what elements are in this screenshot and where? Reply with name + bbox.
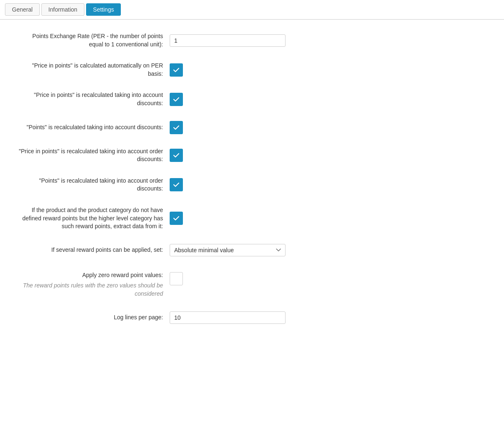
price-in-points-discounts-checkbox-wrapper xyxy=(170,93,183,106)
several-reward-points-select[interactable]: Absolute minimal value Maximum value Min… xyxy=(170,244,286,256)
tab-bar: General Information Settings xyxy=(0,0,504,19)
several-reward-points-row: If several reward points can be applied,… xyxy=(17,244,298,256)
log-lines-per-page-input[interactable] xyxy=(170,311,286,324)
higher-level-category-checkbox-wrapper xyxy=(170,212,183,225)
points-recalc-order-discounts-checkbox[interactable] xyxy=(170,178,183,191)
apply-zero-reward-row: Apply zero reward point values: The rewa… xyxy=(17,270,298,298)
higher-level-category-checkbox[interactable] xyxy=(170,212,183,225)
several-reward-points-label: If several reward points can be applied,… xyxy=(17,246,170,254)
points-recalc-discounts-checkbox-wrapper xyxy=(170,121,183,134)
price-in-points-order-discounts-label: "Price in points" is recalculated taking… xyxy=(17,147,170,164)
price-in-points-order-discounts-checkbox[interactable] xyxy=(170,149,183,162)
price-in-points-discounts-row: "Price in points" is recalculated taking… xyxy=(17,91,298,107)
points-recalc-discounts-checkbox[interactable] xyxy=(170,121,183,134)
apply-zero-reward-label: Apply zero reward point values: xyxy=(17,271,163,280)
price-in-points-order-discounts-checkbox-wrapper xyxy=(170,149,183,162)
price-in-points-auto-row: "Price in points" is calculated automati… xyxy=(17,62,298,78)
points-recalc-order-discounts-row: "Points" is recalculated taking into acc… xyxy=(17,177,298,193)
price-in-points-auto-label: "Price in points" is calculated automati… xyxy=(17,62,170,78)
points-exchange-rate-input[interactable] xyxy=(170,34,286,47)
higher-level-category-row: If the product and the product category … xyxy=(17,206,298,231)
price-in-points-discounts-checkbox[interactable] xyxy=(170,93,183,106)
apply-zero-reward-checkbox[interactable] xyxy=(170,272,183,285)
apply-zero-reward-checkbox-wrapper xyxy=(170,271,183,285)
apply-zero-reward-hint: The reward points rules with the zero va… xyxy=(17,282,163,298)
tab-settings[interactable]: Settings xyxy=(86,3,121,16)
settings-content: Points Exchange Rate (PER - the number o… xyxy=(0,20,314,350)
points-recalc-discounts-row: "Points" is recalculated taking into acc… xyxy=(17,121,298,134)
points-recalc-order-discounts-checkbox-wrapper xyxy=(170,178,183,191)
points-exchange-rate-row: Points Exchange Rate (PER - the number o… xyxy=(17,32,298,48)
log-lines-per-page-row: Log lines per page: xyxy=(17,311,298,324)
price-in-points-order-discounts-row: "Price in points" is recalculated taking… xyxy=(17,147,298,164)
tab-general[interactable]: General xyxy=(5,3,40,16)
points-recalc-discounts-label: "Points" is recalculated taking into acc… xyxy=(17,123,170,132)
higher-level-category-label: If the product and the product category … xyxy=(17,206,170,231)
price-in-points-auto-checkbox[interactable] xyxy=(170,63,183,77)
points-exchange-rate-label: Points Exchange Rate (PER - the number o… xyxy=(17,32,170,48)
price-in-points-discounts-label: "Price in points" is recalculated taking… xyxy=(17,91,170,107)
points-recalc-order-discounts-label: "Points" is recalculated taking into acc… xyxy=(17,177,170,193)
price-in-points-auto-checkbox-wrapper xyxy=(170,63,183,77)
log-lines-per-page-label: Log lines per page: xyxy=(17,314,170,322)
tab-information[interactable]: Information xyxy=(41,3,84,16)
